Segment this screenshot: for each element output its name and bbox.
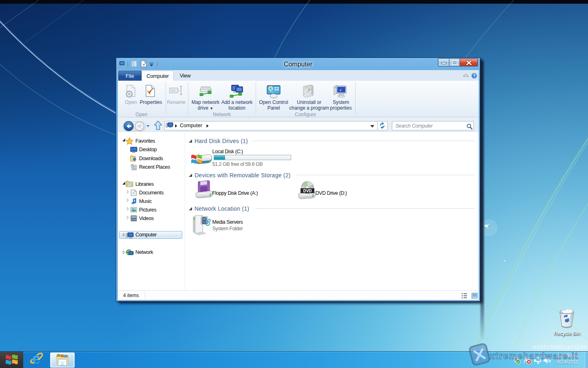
svg-text:DVD: DVD <box>303 189 312 193</box>
svg-text:?: ? <box>473 73 476 78</box>
